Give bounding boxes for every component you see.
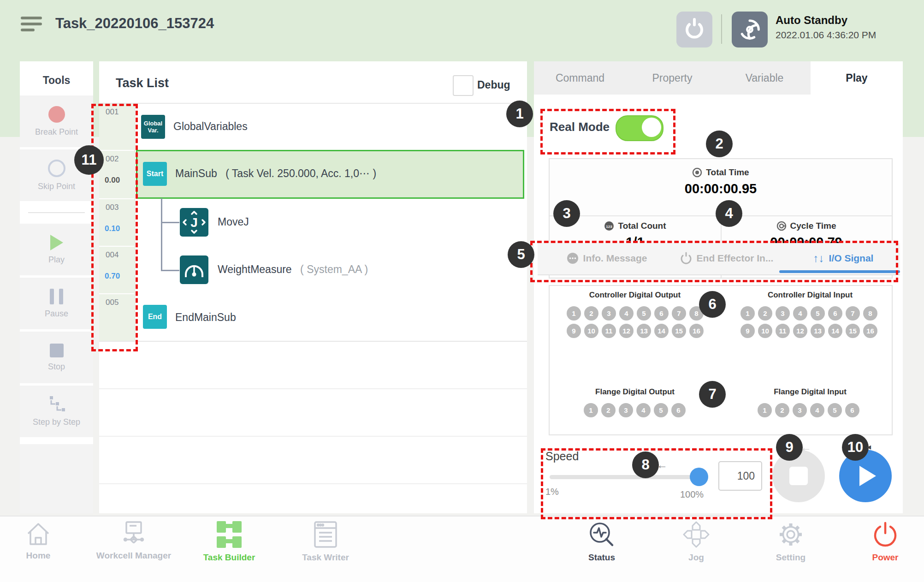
io-dot: 9 xyxy=(567,324,581,338)
stop-tool-button[interactable]: Stop xyxy=(20,332,93,383)
io-dot: 15 xyxy=(846,324,860,338)
io-dot: 1 xyxy=(567,306,581,321)
tab-play[interactable]: Play xyxy=(811,61,903,95)
io-dot: 6 xyxy=(845,403,859,417)
annotation-badge-11: 11 xyxy=(74,145,104,175)
nav-task-writer[interactable]: Task Writer xyxy=(275,521,376,563)
io-dot: 3 xyxy=(602,306,616,321)
total-time-value: 00:00:00.95 xyxy=(550,181,892,196)
robot-status-label: Auto Standby xyxy=(776,14,876,27)
io-dot: 2 xyxy=(758,306,772,321)
svg-text:J: J xyxy=(190,215,198,230)
step-by-step-icon xyxy=(47,396,66,413)
io-dot: 1 xyxy=(584,403,598,417)
nav-jog[interactable]: Jog xyxy=(646,521,747,563)
io-dot: 2 xyxy=(584,306,598,321)
task-row-detail: ( System_AA ) xyxy=(300,263,368,275)
tab-property[interactable]: Property xyxy=(626,61,719,95)
nav-setting[interactable]: Setting xyxy=(740,521,841,563)
io-dot: 6 xyxy=(828,306,842,321)
io-dot: 5 xyxy=(637,306,651,321)
io-dot: 13 xyxy=(811,324,825,338)
row-divider xyxy=(99,388,527,389)
io-dot: 8 xyxy=(863,306,877,321)
servo-off-button[interactable] xyxy=(676,12,712,48)
mode-status-button[interactable] xyxy=(732,12,768,48)
task-list-panel: Task List Debug 001 002 0.00 003 0.10 00… xyxy=(99,61,527,513)
controller-input-dots: 12345678910111213141516 xyxy=(740,306,877,338)
controller-input-header: Controller Digital Input xyxy=(739,291,882,300)
annotation-badge-5: 5 xyxy=(508,241,534,268)
nav-workcell-manager[interactable]: Workcell Manager xyxy=(83,521,184,561)
annotation-badge-6: 6 xyxy=(699,291,726,318)
bottom-navigation: Home Workcell Manager xyxy=(0,516,924,582)
io-dot: 1 xyxy=(740,306,755,321)
breakpoint-button[interactable]: Break Point xyxy=(20,95,93,147)
pause-tool-button[interactable]: Pause xyxy=(20,278,93,329)
io-dot: 10 xyxy=(758,324,772,338)
task-row-movej[interactable]: J MoveJ xyxy=(135,198,527,246)
teach-pendant-screen: Task_20220106_153724 Auto Standby 2022.0… xyxy=(0,0,924,582)
tab-command[interactable]: Command xyxy=(534,61,627,95)
debug-checkbox-label: Debug xyxy=(477,79,510,91)
weight-measure-icon xyxy=(180,255,208,284)
jog-icon xyxy=(683,521,710,548)
stop-button[interactable] xyxy=(772,450,825,502)
cursor-arrow: ← xyxy=(657,458,668,471)
nav-status[interactable]: Status xyxy=(551,521,652,563)
header-divider xyxy=(721,14,722,44)
task-row-globalvariables[interactable]: Global Var. GlobalVariables xyxy=(135,104,527,150)
movej-icon: J xyxy=(180,208,208,237)
nav-task-builder[interactable]: Task Builder xyxy=(178,521,280,563)
row-divider xyxy=(99,483,527,484)
swirl-icon xyxy=(738,18,761,41)
io-dot: 12 xyxy=(619,324,634,338)
io-dot: 16 xyxy=(863,324,877,338)
stop-icon xyxy=(50,344,64,357)
annotation-badge-2: 2 xyxy=(706,131,733,157)
tools-panel: Tools Break Point Skip Point Play Pause … xyxy=(20,61,93,513)
total-time-header: Total Time xyxy=(550,167,892,178)
io-dot: 4 xyxy=(793,306,807,321)
io-dot: 3 xyxy=(776,306,790,321)
breakpoint-icon xyxy=(48,106,65,123)
status-icon xyxy=(588,521,615,548)
nav-power[interactable]: Power xyxy=(835,521,924,563)
row-divider xyxy=(99,436,527,437)
pause-icon xyxy=(50,289,63,304)
task-row-detail: ( Task Vel. 250.000, Acc. 1,0⋯ ) xyxy=(225,167,376,179)
annotation-badge-3: 3 xyxy=(553,200,580,227)
menu-button[interactable] xyxy=(21,17,42,31)
play-tool-button[interactable]: Play xyxy=(20,224,93,275)
tools-divider xyxy=(28,212,85,213)
io-dot: 5 xyxy=(654,403,668,417)
task-row-mainsub-selected[interactable]: Start MainSub ( Task Vel. 250.000, Acc. … xyxy=(136,150,524,199)
io-dot: 10 xyxy=(584,324,598,338)
controller-output-dots: 12345678910111213141516 xyxy=(567,306,704,338)
task-row-weightmeasure[interactable]: WeightMeasure ( System_AA ) xyxy=(135,246,527,293)
annotation-badge-8: 8 xyxy=(632,451,659,478)
io-dot: 14 xyxy=(654,324,669,338)
io-dot: 2 xyxy=(775,403,789,417)
row-divider xyxy=(99,341,527,342)
setting-icon xyxy=(777,521,804,548)
io-dot: 1 xyxy=(758,403,772,417)
task-list-title: Task List xyxy=(116,76,169,90)
datetime-label: 2022.01.06 4:36:20 PM xyxy=(776,30,876,41)
io-dot: 14 xyxy=(828,324,842,338)
io-dot: 4 xyxy=(636,403,651,417)
io-dot: 6 xyxy=(654,306,669,321)
annotation-badge-7: 7 xyxy=(699,381,726,408)
nav-home[interactable]: Home xyxy=(0,521,89,561)
task-row-endmainsub[interactable]: End EndMainSub xyxy=(135,293,527,341)
io-dot: 15 xyxy=(672,324,686,338)
flange-output-header: Flange Digital Output xyxy=(563,387,706,397)
step-by-step-button[interactable]: Step by Step xyxy=(20,386,93,437)
debug-checkbox[interactable] xyxy=(453,75,474,96)
total-count-icon: 123 xyxy=(604,221,614,231)
tab-variable[interactable]: Variable xyxy=(718,61,811,95)
io-dot: 12 xyxy=(793,324,807,338)
annotation-box-io-subtabs xyxy=(530,241,898,282)
io-dot: 3 xyxy=(793,403,807,417)
tools-title: Tools xyxy=(20,61,93,87)
